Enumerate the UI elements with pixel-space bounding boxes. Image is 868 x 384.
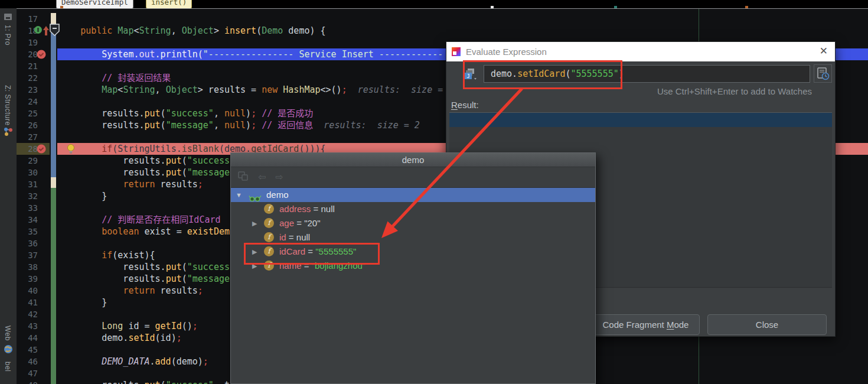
debugger-inline-hint: results: size = bbox=[347, 84, 443, 95]
line-number[interactable]: 20 bbox=[20, 48, 38, 60]
tree-row-root-demo[interactable]: ▼demo bbox=[231, 188, 595, 202]
tree-row-field-age[interactable]: ▶fage = "20" bbox=[231, 216, 595, 230]
code-text: Long id = getId(); bbox=[59, 320, 198, 332]
line-number[interactable]: 47 bbox=[20, 367, 38, 379]
line-number[interactable]: 48 bbox=[20, 379, 38, 384]
code-text: results.put("message bbox=[59, 167, 230, 178]
history-icon[interactable] bbox=[814, 64, 832, 83]
line-number[interactable]: 29 bbox=[20, 155, 38, 167]
code-text: } bbox=[59, 190, 107, 202]
equals-sign: = bbox=[294, 218, 304, 228]
tree-root-label: demo bbox=[266, 188, 289, 202]
code-text: // 封装返回结果 bbox=[59, 72, 171, 84]
equals-sign: = bbox=[311, 204, 321, 214]
popup-title[interactable]: demo bbox=[231, 153, 595, 167]
variable-popup: demo ⇦ ⇨ ▼demofaddress = null▶fage = "20… bbox=[230, 152, 596, 384]
line-number[interactable]: 22 bbox=[20, 72, 38, 84]
code-text: Map<String, Object> results = new HashMa… bbox=[59, 84, 443, 96]
sidebar-item-project[interactable]: 1: Pro bbox=[4, 25, 12, 45]
line-number[interactable]: 46 bbox=[20, 356, 38, 367]
web-icon[interactable] bbox=[3, 344, 14, 354]
popup-toolbar: ⇦ ⇨ bbox=[231, 167, 595, 188]
close-icon[interactable]: ✕ bbox=[820, 45, 828, 57]
annotation-rect-idcard bbox=[244, 243, 380, 265]
project-icon[interactable] bbox=[3, 11, 14, 22]
debugger-inline-hint: results: size = 2 bbox=[313, 120, 420, 131]
line-number[interactable]: 44 bbox=[20, 332, 38, 344]
code-text: // 判断是否存在相同IdCard bbox=[59, 214, 221, 226]
line-number[interactable]: 40 bbox=[20, 285, 38, 297]
code-text: results.put("success", null); // 是否成功 bbox=[59, 108, 313, 119]
breadcrumb-method-chip[interactable]: insert() bbox=[146, 0, 192, 8]
line-number[interactable]: 25 bbox=[20, 108, 38, 119]
line-number[interactable]: 19 bbox=[20, 37, 38, 48]
line-number[interactable]: 27 bbox=[20, 131, 38, 143]
forward-arrow-icon[interactable]: ⇨ bbox=[275, 173, 283, 182]
line-number[interactable]: 30 bbox=[20, 167, 38, 178]
vcs-marker-changed bbox=[51, 177, 56, 188]
line-number[interactable]: 34 bbox=[20, 214, 38, 226]
line-number[interactable]: 32 bbox=[20, 190, 38, 202]
line-number[interactable]: 23 bbox=[20, 84, 38, 96]
field-value: "20" bbox=[304, 218, 320, 228]
line-number[interactable]: 38 bbox=[20, 261, 38, 273]
annotation-rect-expression bbox=[463, 60, 622, 89]
code-line-17[interactable]: 17 bbox=[17, 13, 868, 25]
field-icon: f bbox=[264, 232, 274, 242]
vcs-marker-modified bbox=[51, 26, 56, 177]
stripe-mark bbox=[745, 6, 748, 8]
copy-icon[interactable] bbox=[238, 171, 249, 183]
close-button[interactable]: Close bbox=[707, 314, 827, 335]
editor-top-bar: DemoServiceImpl insert() bbox=[0, 0, 868, 8]
code-line-18[interactable]: 18 public Map<String, Object> insert(Dem… bbox=[17, 25, 868, 37]
stripe-mark bbox=[614, 6, 617, 8]
code-fragment-mode-button[interactable]: Code Fragment Mode bbox=[592, 314, 700, 335]
code-text: DEMO_DATA.add(demo); bbox=[59, 356, 208, 367]
idea-logo-icon bbox=[452, 47, 461, 56]
editor-top-border bbox=[17, 8, 868, 9]
field-icon: f bbox=[264, 204, 274, 214]
line-number[interactable]: 17 bbox=[20, 13, 38, 25]
editor-flag-icon[interactable] bbox=[50, 24, 60, 38]
line-number[interactable]: 45 bbox=[20, 344, 38, 356]
line-number[interactable]: 42 bbox=[20, 308, 38, 320]
line-number[interactable]: 41 bbox=[20, 297, 38, 308]
line-number[interactable]: 37 bbox=[20, 249, 38, 261]
stripe-mark bbox=[60, 6, 63, 8]
line-number[interactable]: 26 bbox=[20, 119, 38, 131]
sidebar-item-structure[interactable]: Z: Structure bbox=[4, 85, 12, 126]
code-text: return results; bbox=[59, 178, 203, 190]
structure-icon[interactable] bbox=[3, 126, 14, 137]
dialog-titlebar[interactable]: Evaluate Expression ✕ bbox=[446, 42, 835, 61]
code-text: System.out.println("---------------- Ser… bbox=[59, 48, 443, 60]
back-arrow-icon[interactable]: ⇦ bbox=[258, 173, 266, 182]
code-text: results.put("success", t bbox=[59, 379, 230, 384]
line-number[interactable]: 36 bbox=[20, 237, 38, 249]
code-text: results.put("message", null); // 返回信息 re… bbox=[59, 119, 420, 131]
code-text: results.put("message bbox=[59, 273, 230, 285]
sidebar-item-label-partial[interactable]: bel bbox=[4, 362, 12, 372]
code-text: results.put("success bbox=[59, 155, 230, 167]
result-panel: result = undefined bbox=[449, 112, 832, 128]
line-number[interactable]: 31 bbox=[20, 178, 38, 190]
dialog-title: Evaluate Expression bbox=[466, 47, 547, 57]
sidebar-item-web[interactable]: Web bbox=[4, 326, 12, 341]
line-number[interactable]: 39 bbox=[20, 273, 38, 285]
tree-row-field-address[interactable]: faddress = null bbox=[231, 202, 595, 216]
line-number[interactable]: 35 bbox=[20, 226, 38, 237]
line-number[interactable]: 24 bbox=[20, 96, 38, 108]
code-text: if(exist){ bbox=[59, 249, 155, 261]
code-text: results.put("success bbox=[59, 261, 230, 273]
chevron-down-icon[interactable]: ▼ bbox=[236, 188, 242, 202]
line-number[interactable]: 33 bbox=[20, 202, 38, 214]
override-marker-icon[interactable] bbox=[34, 25, 43, 37]
field-icon: f bbox=[264, 218, 274, 228]
line-number[interactable]: 21 bbox=[20, 60, 38, 72]
watches-hint: Use Ctrl+Shift+Enter to add to Watches bbox=[657, 86, 812, 96]
line-number[interactable]: 28 bbox=[20, 143, 38, 155]
field-name: age bbox=[279, 218, 294, 228]
line-number[interactable]: 43 bbox=[20, 320, 38, 332]
breadcrumb-class-chip[interactable]: DemoServiceImpl bbox=[56, 0, 133, 8]
code-text: boolean exist = existDem bbox=[59, 226, 230, 237]
chevron-right-icon[interactable]: ▶ bbox=[252, 216, 257, 230]
